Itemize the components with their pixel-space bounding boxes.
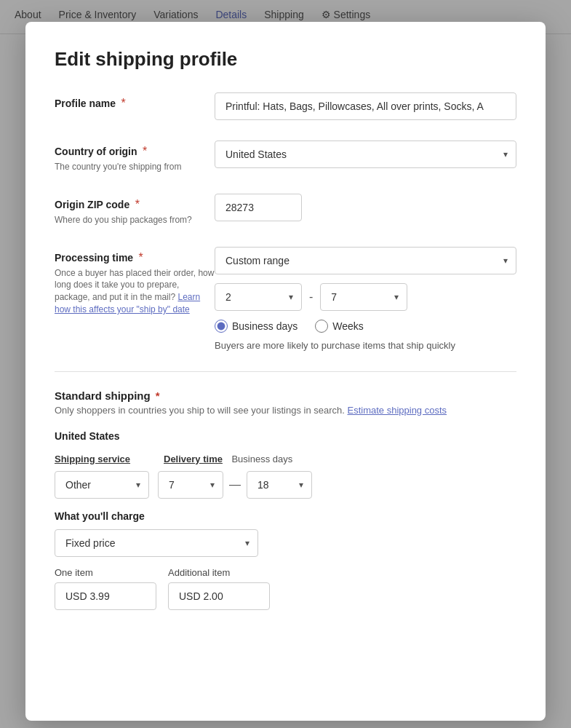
standard-shipping-subtitle: Only shoppers in countries you ship to w… xyxy=(55,405,516,416)
delivery-dash: — xyxy=(229,478,241,491)
country-origin-required: * xyxy=(143,145,147,157)
one-item-col: One item xyxy=(55,567,156,610)
shipping-country-label: United States xyxy=(55,430,516,442)
additional-item-label: Additional item xyxy=(168,567,270,578)
country-origin-select-wrapper: United States ▾ xyxy=(215,141,516,168)
standard-shipping-section: Standard shipping * Only shoppers in cou… xyxy=(55,389,516,610)
profile-name-control xyxy=(215,92,516,120)
country-origin-label-col: Country of origin * The country you're s… xyxy=(55,141,215,173)
charge-select-wrapper: Free shipping Fixed price Custom I'll se… xyxy=(55,529,258,557)
modal-title: Edit shipping profile xyxy=(55,48,516,71)
zip-code-label-col: Origin ZIP code * Where do you ship pack… xyxy=(55,194,215,226)
one-item-label: One item xyxy=(55,567,156,578)
standard-shipping-title: Standard shipping * xyxy=(55,389,516,402)
delivery-min-select-wrapper: 1 3 5 7 10 ▾ xyxy=(158,471,223,499)
delivery-max-select[interactable]: 7 10 14 18 21 xyxy=(247,471,312,499)
additional-item-input[interactable] xyxy=(168,582,270,610)
processing-time-select-wrapper: Same day 1 business day 1-2 business day… xyxy=(215,247,516,274)
range-max-select[interactable]: 3 5 7 10 14 xyxy=(320,283,407,311)
profile-name-row: Profile name * xyxy=(55,92,516,120)
processing-time-control: Same day 1 business day 1-2 business day… xyxy=(215,247,516,351)
zip-code-input[interactable] xyxy=(215,194,302,221)
processing-time-required: * xyxy=(139,251,143,264)
shipping-col-headers: Shipping service Delivery time Business … xyxy=(55,452,516,465)
processing-time-label: Processing time xyxy=(55,252,133,264)
processing-time-select[interactable]: Same day 1 business day 1-2 business day… xyxy=(215,247,516,274)
processing-time-sublabel: Once a buyer has placed their order, how… xyxy=(55,267,215,316)
weeks-radio-label[interactable]: Weeks xyxy=(315,320,364,333)
range-min-select[interactable]: 1 2 3 5 7 xyxy=(215,283,302,311)
processing-unit-radio-row: Business days Weeks xyxy=(215,320,516,333)
weeks-radio[interactable] xyxy=(315,320,328,333)
estimate-costs-link[interactable]: Estimate shipping costs xyxy=(347,405,447,416)
shipping-row: Other USPS First Class USPS Priority UPS… xyxy=(55,471,516,499)
country-origin-label: Country of origin xyxy=(55,146,137,157)
standard-shipping-required: * xyxy=(156,389,160,402)
one-item-input[interactable] xyxy=(55,582,156,610)
delivery-min-select[interactable]: 1 3 5 7 10 xyxy=(158,471,223,499)
service-select-wrapper: Other USPS First Class USPS Priority UPS… xyxy=(55,471,149,499)
charge-label: What you'll charge xyxy=(55,510,516,522)
profile-name-input[interactable] xyxy=(215,92,516,120)
business-days-label: Business days xyxy=(232,320,298,332)
country-origin-row: Country of origin * The country you're s… xyxy=(55,141,516,173)
charge-type-select[interactable]: Free shipping Fixed price Custom I'll se… xyxy=(55,529,258,557)
profile-name-label-col: Profile name * xyxy=(55,92,215,110)
business-days-radio[interactable] xyxy=(215,320,228,333)
business-days-radio-label[interactable]: Business days xyxy=(215,320,298,333)
zip-code-required: * xyxy=(135,198,140,210)
zip-code-control xyxy=(215,194,516,221)
profile-name-label: Profile name xyxy=(55,98,116,109)
section-divider xyxy=(55,371,516,372)
processing-time-label-col: Processing time * Once a buyer has place… xyxy=(55,247,215,316)
zip-code-label: Origin ZIP code xyxy=(55,199,129,210)
col-header-service: Shipping service xyxy=(55,452,149,465)
col-header-delivery: Delivery time Business days xyxy=(164,452,292,465)
range-min-select-wrapper: 1 2 3 5 7 ▾ xyxy=(215,283,302,311)
zip-code-row: Origin ZIP code * Where do you ship pack… xyxy=(55,194,516,226)
edit-shipping-profile-modal: Edit shipping profile Profile name * Cou… xyxy=(25,22,546,721)
price-fields-row: One item Additional item xyxy=(55,567,516,610)
country-origin-control: United States ▾ xyxy=(215,141,516,168)
service-select[interactable]: Other USPS First Class USPS Priority UPS… xyxy=(55,471,149,499)
profile-name-required: * xyxy=(121,97,125,109)
delivery-range-wrapper: 1 3 5 7 10 ▾ — 7 10 14 18 21 xyxy=(158,471,312,499)
delivery-max-select-wrapper: 7 10 14 18 21 ▾ xyxy=(247,471,312,499)
ship-quickly-text: Buyers are more likely to purchase items… xyxy=(215,340,516,351)
zip-code-sublabel: Where do you ship packages from? xyxy=(55,214,215,226)
country-origin-select[interactable]: United States xyxy=(215,141,516,168)
weeks-label: Weeks xyxy=(332,320,364,332)
processing-time-row: Processing time * Once a buyer has place… xyxy=(55,247,516,351)
processing-range-row: 1 2 3 5 7 ▾ - 3 5 7 10 14 xyxy=(215,283,516,311)
range-dash: - xyxy=(309,290,313,304)
additional-item-col: Additional item xyxy=(168,567,270,610)
range-max-select-wrapper: 3 5 7 10 14 ▾ xyxy=(320,283,407,311)
country-origin-sublabel: The country you're shipping from xyxy=(55,161,215,173)
